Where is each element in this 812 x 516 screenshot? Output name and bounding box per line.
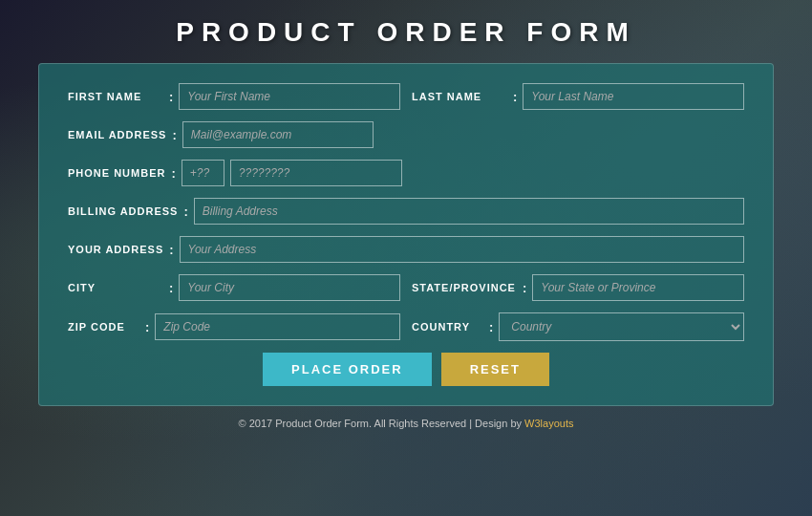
billing-label: BILLING ADDRESS (68, 205, 178, 217)
row-city-state: CITY : STATE/PROVINCE : (68, 274, 744, 301)
zip-label: ZIP CODE (68, 321, 139, 333)
place-order-button[interactable]: PLACE ORDER (263, 353, 432, 386)
state-colon: : (523, 281, 526, 295)
first-name-colon: : (169, 90, 173, 104)
phone-colon: : (171, 166, 175, 181)
field-last-name: LAST NAME : (412, 83, 744, 110)
country-colon: : (489, 320, 493, 334)
last-name-input[interactable] (523, 83, 744, 110)
field-email: EMAIL ADDRESS : (68, 121, 744, 148)
field-zip: ZIP CODE : (68, 313, 400, 340)
billing-colon: : (183, 204, 187, 219)
email-label: EMAIL ADDRESS (68, 129, 166, 140)
country-select[interactable]: Country United States United Kingdom Can… (499, 312, 744, 341)
page-title: PRODUCT ORDER FORM (176, 17, 636, 48)
form-container: FIRST NAME : LAST NAME : EMAIL ADDRESS :… (38, 63, 774, 406)
phone-label: PHONE NUMBER (68, 167, 165, 179)
field-billing: BILLING ADDRESS : (68, 198, 744, 225)
row-name: FIRST NAME : LAST NAME : (68, 83, 744, 110)
button-row: PLACE ORDER RESET (68, 353, 744, 386)
city-colon: : (169, 281, 173, 295)
field-phone: PHONE NUMBER : (68, 160, 744, 186)
row-address: YOUR ADDRESS : (68, 236, 744, 263)
field-city: CITY : (68, 274, 400, 301)
footer-link[interactable]: W3layouts (524, 418, 573, 429)
email-colon: : (172, 128, 176, 142)
row-billing: BILLING ADDRESS : (68, 198, 744, 225)
row-zip-country: ZIP CODE : COUNTRY : Country United Stat… (68, 312, 744, 341)
state-label: STATE/PROVINCE (412, 282, 517, 293)
reset-button[interactable]: RESET (441, 353, 549, 386)
phone-number-input[interactable] (230, 160, 402, 186)
billing-address-input[interactable] (194, 198, 744, 225)
address-colon: : (169, 243, 173, 257)
field-first-name: FIRST NAME : (68, 83, 400, 110)
first-name-label: FIRST NAME (68, 91, 163, 102)
field-address: YOUR ADDRESS : (68, 236, 744, 263)
field-country: COUNTRY : Country United States United K… (412, 312, 744, 341)
last-name-colon: : (513, 90, 517, 104)
address-input[interactable] (180, 236, 744, 263)
field-state: STATE/PROVINCE : (412, 274, 744, 301)
city-input[interactable] (179, 274, 400, 301)
zip-input[interactable] (155, 313, 400, 340)
footer-text: © 2017 Product Order Form. All Rights Re… (239, 418, 525, 429)
page-wrapper: PRODUCT ORDER FORM FIRST NAME : LAST NAM… (0, 0, 812, 516)
city-label: CITY (68, 282, 163, 293)
footer: © 2017 Product Order Form. All Rights Re… (239, 418, 574, 429)
first-name-input[interactable] (179, 83, 400, 110)
row-email: EMAIL ADDRESS : (68, 121, 744, 148)
row-phone: PHONE NUMBER : (68, 160, 744, 186)
last-name-label: LAST NAME (412, 91, 507, 102)
zip-colon: : (145, 320, 149, 334)
email-input[interactable] (182, 121, 374, 148)
phone-code-input[interactable] (182, 160, 224, 186)
address-label: YOUR ADDRESS (68, 244, 163, 255)
country-label: COUNTRY (412, 321, 483, 333)
state-input[interactable] (532, 274, 744, 301)
